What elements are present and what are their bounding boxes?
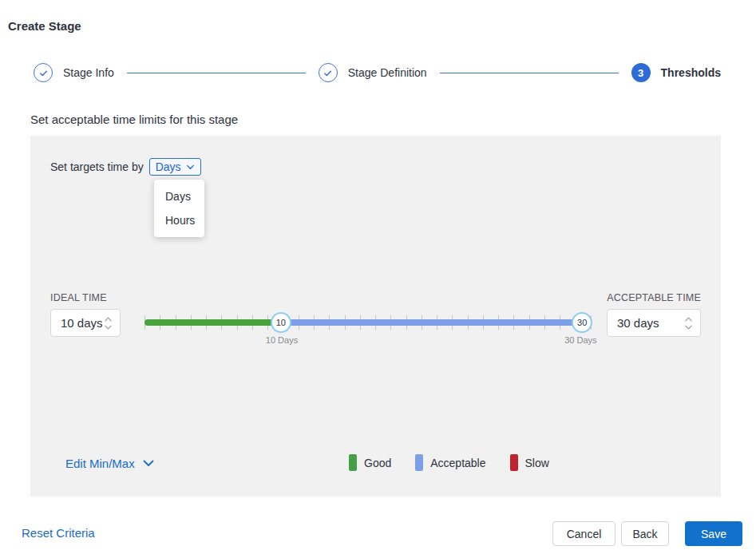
stepper-down-icon[interactable]	[105, 325, 112, 330]
acceptable-time-value: 30 days	[617, 316, 659, 330]
targets-time-row: Set targets time by Days	[50, 158, 201, 176]
threshold-legend: Good Acceptable Slow	[349, 454, 549, 471]
stepper-step-stage-info[interactable]: Stage Info	[34, 63, 114, 82]
legend-label: Acceptable	[430, 457, 485, 469]
good-color-swatch	[349, 454, 357, 471]
time-unit-dropdown-menu: Days Hours	[154, 180, 204, 237]
stepper-connector	[127, 73, 306, 73]
step-complete-icon	[319, 63, 338, 82]
legend-label: Good	[364, 457, 391, 469]
stepper-step-thresholds[interactable]: 3 Thresholds	[631, 63, 721, 82]
section-heading: Set acceptable time limits for this stag…	[30, 113, 238, 126]
time-unit-select[interactable]: Days	[149, 158, 201, 176]
dropdown-option-hours[interactable]: Hours	[154, 208, 204, 232]
check-icon	[323, 68, 333, 78]
stepper-connector	[440, 73, 619, 73]
step-complete-icon	[34, 63, 53, 82]
stepper-up-icon[interactable]	[105, 317, 112, 322]
step-label: Stage Definition	[348, 66, 427, 79]
targets-time-label: Set targets time by	[50, 160, 144, 173]
slider-handle-acceptable[interactable]: 30	[572, 312, 592, 333]
legend-item-acceptable: Acceptable	[415, 454, 485, 471]
edit-minmax-label: Edit Min/Max	[65, 457, 135, 470]
stepper-down-icon[interactable]	[685, 325, 692, 330]
stepper-up-icon[interactable]	[685, 317, 692, 322]
acceptable-time-input[interactable]: 30 days	[607, 309, 701, 337]
step-number: 3	[638, 67, 643, 79]
acceptable-time-label: ACCEPTABLE TIME	[607, 292, 701, 303]
step-label: Thresholds	[661, 66, 721, 79]
thresholds-panel: Set targets time by Days Days Hours IDEA…	[30, 136, 721, 497]
check-icon	[38, 68, 49, 78]
step-number-badge: 3	[631, 63, 651, 82]
slider-handle-ideal-value: 10	[276, 318, 286, 327]
legend-item-good: Good	[349, 454, 391, 471]
back-button[interactable]: Back	[621, 521, 669, 546]
wizard-stepper: Stage Info Stage Definition 3 Thresholds	[34, 62, 721, 83]
slider-caption-acceptable: 30 Days	[564, 335, 596, 345]
slider-handle-ideal[interactable]: 10	[271, 312, 291, 333]
time-threshold-slider: 10 30 10 Days 30 Days	[144, 312, 592, 347]
ideal-time-label: IDEAL TIME	[50, 292, 107, 303]
chevron-down-icon	[186, 164, 195, 170]
edit-minmax-toggle[interactable]: Edit Min/Max	[65, 457, 154, 470]
slider-track[interactable]	[144, 319, 592, 326]
cancel-button[interactable]: Cancel	[552, 521, 615, 546]
ideal-time-value: 10 days	[61, 316, 103, 330]
stepper-step-stage-definition[interactable]: Stage Definition	[319, 63, 427, 82]
page-title: Create Stage	[8, 19, 81, 33]
footer-actions: Cancel Back Save	[552, 521, 742, 546]
slow-color-swatch	[510, 454, 518, 471]
time-unit-selected-value: Days	[156, 160, 181, 173]
ideal-time-stepper	[105, 317, 112, 330]
acceptable-time-stepper	[685, 317, 692, 330]
slider-handle-acceptable-value: 30	[577, 318, 587, 327]
legend-label: Slow	[525, 457, 549, 469]
save-button[interactable]: Save	[685, 521, 742, 546]
dropdown-option-days[interactable]: Days	[154, 184, 204, 208]
reset-criteria-link[interactable]: Reset Criteria	[22, 526, 95, 540]
legend-item-slow: Slow	[510, 454, 549, 471]
chevron-down-icon	[143, 460, 154, 467]
step-label: Stage Info	[63, 66, 114, 79]
slider-caption-ideal: 10 Days	[266, 335, 298, 345]
acceptable-color-swatch	[415, 454, 423, 471]
ideal-time-input[interactable]: 10 days	[50, 309, 121, 337]
